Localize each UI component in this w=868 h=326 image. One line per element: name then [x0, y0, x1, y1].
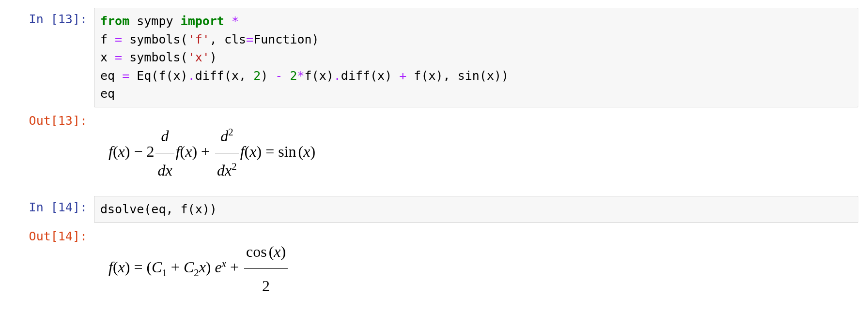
- cell-13-output: Out[13]: f(x) − 2ddxf(x) + d2dx2f(x) = s…: [10, 109, 858, 194]
- math-plus: +: [226, 258, 243, 276]
- output-prompt-13: Out[13]:: [10, 109, 94, 194]
- cell-14-input: In [14]: dsolve(eq, f(x)): [10, 196, 858, 223]
- fraction-d2-dx2: d2dx2: [215, 119, 239, 188]
- code-input-14[interactable]: dsolve(eq, f(x)): [94, 196, 858, 223]
- number-literal: 2: [253, 69, 261, 83]
- math-x: x: [249, 143, 256, 160]
- math-sin: sin: [278, 143, 296, 160]
- input-prompt-14: In [14]:: [10, 196, 94, 223]
- operator-eq: =: [115, 32, 122, 46]
- math-equation-13: f(x) − 2ddxf(x) + d2dx2f(x) = sin(x): [108, 119, 852, 188]
- code-text: dsolve(eq, f(x)): [100, 202, 217, 216]
- math-paren: (: [296, 143, 304, 160]
- math-paren: (: [180, 143, 186, 160]
- input-prompt-13: In [13]:: [10, 8, 94, 107]
- code-text: Function): [253, 32, 319, 46]
- operator-eq: =: [115, 50, 122, 64]
- math-x: x: [225, 162, 232, 179]
- math-paren: (: [146, 258, 152, 276]
- operator-plus: +: [399, 69, 406, 83]
- string-literal: 'x': [188, 50, 210, 64]
- math-paren: ): [125, 258, 130, 276]
- math-e: e: [215, 258, 222, 276]
- math-sub1: 1: [162, 267, 167, 278]
- math-paren: ): [281, 243, 286, 260]
- code-text: [282, 69, 290, 83]
- math-paren: ): [206, 258, 211, 276]
- math-minus: − 2: [130, 143, 154, 160]
- math-x: x: [274, 243, 280, 260]
- math-paren: (: [245, 143, 250, 160]
- output-area-14: f(x) = (C1 + C2x) ex + cos(x)2: [94, 225, 858, 310]
- math-paren: ): [310, 143, 315, 160]
- math-fx: f: [108, 143, 113, 160]
- code-text: f(x): [305, 69, 334, 83]
- keyword-from: from: [100, 14, 129, 28]
- math-x: x: [165, 162, 172, 179]
- math-sup2: 2: [232, 161, 236, 172]
- operator-eq: =: [122, 69, 129, 83]
- code-text: symbols(: [122, 50, 187, 64]
- math-paren: (: [113, 143, 118, 160]
- code-text: symbols(: [122, 32, 187, 46]
- code-text: ): [210, 50, 217, 64]
- code-text: eq: [100, 87, 115, 101]
- math-paren: (: [113, 258, 118, 276]
- string-literal: 'f': [188, 32, 210, 46]
- number-literal: 2: [290, 69, 297, 83]
- code-text: eq: [100, 69, 122, 83]
- math-d: d: [220, 127, 228, 145]
- math-paren: ): [192, 143, 197, 160]
- code-text: , cls: [210, 32, 246, 46]
- math-paren: ): [256, 143, 262, 160]
- code-text: diff(x,: [195, 69, 253, 83]
- math-C1: C: [152, 258, 162, 276]
- math-d: d: [161, 127, 169, 145]
- operator-eq: =: [246, 32, 253, 46]
- math-cos: cos: [246, 243, 267, 260]
- math-fx: f: [240, 143, 245, 160]
- math-x: x: [199, 258, 206, 276]
- math-space: [211, 258, 215, 276]
- math-plus: +: [197, 143, 214, 160]
- cell-14-output: Out[14]: f(x) = (C1 + C2x) ex + cos(x)2: [10, 225, 858, 310]
- output-area-13: f(x) − 2ddxf(x) + d2dx2f(x) = sin(x): [94, 109, 858, 194]
- math-fx: f: [108, 258, 113, 276]
- math-x: x: [303, 143, 310, 160]
- operator-dot: .: [334, 69, 341, 83]
- math-x: x: [118, 143, 125, 160]
- operator-star: *: [224, 14, 239, 28]
- math-sub2: 2: [194, 267, 199, 278]
- operator-dot: .: [188, 69, 195, 83]
- keyword-import: import: [181, 14, 224, 28]
- code-text: diff(x): [341, 69, 399, 83]
- operator-minus: -: [275, 69, 282, 83]
- math-supx: x: [222, 257, 226, 268]
- math-fx: f: [176, 143, 180, 160]
- math-sup2: 2: [228, 126, 233, 137]
- math-2: 2: [262, 277, 270, 295]
- code-text: sympy: [129, 14, 180, 28]
- code-input-13[interactable]: from sympy import * f = symbols('f', cls…: [94, 8, 858, 107]
- output-prompt-14: Out[14]:: [10, 225, 94, 310]
- math-x: x: [185, 143, 192, 160]
- math-plus: +: [167, 258, 184, 276]
- math-C2: C: [184, 258, 194, 276]
- math-d: d: [217, 162, 225, 179]
- math-eq: =: [130, 258, 146, 276]
- math-x: x: [118, 258, 125, 276]
- code-text: f: [100, 32, 115, 46]
- math-eq: =: [262, 143, 278, 160]
- code-text: f(x), sin(x)): [406, 69, 509, 83]
- code-text: Eq(f(x): [129, 69, 187, 83]
- fraction-d-dx: ddx: [155, 119, 174, 188]
- math-equation-14: f(x) = (C1 + C2x) ex + cos(x)2: [108, 235, 852, 303]
- math-paren: (: [267, 243, 274, 260]
- math-d: d: [157, 162, 165, 179]
- cell-13-input: In [13]: from sympy import * f = symbols…: [10, 8, 858, 107]
- operator-star: *: [297, 69, 304, 83]
- fraction-cos-2: cos(x)2: [244, 235, 288, 303]
- code-text: x: [100, 50, 115, 64]
- math-paren: ): [125, 143, 130, 160]
- code-text: ): [261, 69, 275, 83]
